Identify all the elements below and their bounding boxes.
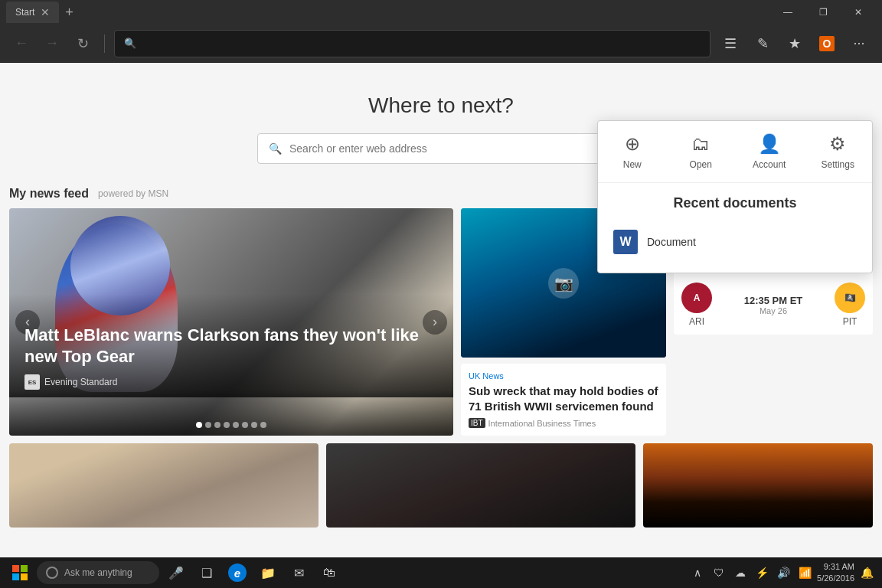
browser-toolbar: ← → ↻ 🔍 ☰ ✎ ★ O ··· [0, 24, 882, 63]
pit-name: PIT [843, 316, 858, 327]
mlb-game-info: 12:35 PM ET May 26 [744, 295, 803, 315]
start-button[interactable] [6, 559, 34, 586]
carousel-dots [196, 422, 266, 428]
maximize-btn[interactable]: ❐ [805, 0, 841, 24]
newsfeed-title: My news feed [9, 187, 89, 201]
search-circle-icon [46, 567, 58, 579]
page-heading: Where to next? [368, 93, 514, 118]
svg-rect-4 [12, 573, 19, 580]
mlb-team-ari: A ARI [681, 283, 712, 327]
svg-rect-5 [21, 573, 28, 580]
search-label: Ask me anything [64, 567, 132, 578]
open-icon: 🗂 [691, 133, 710, 155]
main-article-title: Matt LeBlanc warns Clarkson fans they wo… [24, 325, 438, 368]
office-icon[interactable]: O [813, 30, 841, 57]
search-icon: 🔍 [269, 142, 282, 155]
tab-title: Start [15, 7, 34, 18]
news-row2-item-1[interactable] [9, 443, 318, 528]
close-btn[interactable]: ✕ [841, 0, 876, 24]
carousel-dot[interactable] [242, 422, 248, 428]
side-article-source: IBT International Business Times [469, 418, 658, 428]
toolbar-divider [104, 34, 105, 53]
address-bar[interactable]: 🔍 [114, 30, 710, 57]
store-icon[interactable]: 🛍 [315, 559, 343, 586]
account-label: Account [753, 159, 786, 170]
taskbar-time: 9:31 AM [817, 561, 854, 573]
ari-logo: A [681, 283, 712, 313]
settings-icon: ⚙ [829, 133, 846, 155]
tab-close-btn[interactable]: ✕ [41, 6, 50, 18]
taskbar-clock: 9:31 AM 5/26/2016 [817, 561, 854, 585]
carousel-dot[interactable] [214, 422, 220, 428]
forward-button[interactable]: → [40, 31, 64, 56]
newsfeed-powered: powered by MSN [98, 188, 168, 199]
side-article-card[interactable]: UK News Sub wreck that may hold bodies o… [461, 364, 666, 436]
camera-icon: 📷 [548, 268, 579, 299]
taskbar-date: 5/26/2016 [817, 573, 854, 584]
recent-documents-section: Recent documents W Document [598, 183, 872, 273]
account-button[interactable]: 👤 Account [735, 121, 804, 182]
battery-icon[interactable]: ⚡ [753, 567, 771, 579]
main-article-card[interactable]: ‹ › [9, 208, 453, 436]
dropdown-toolbar: ⊕ New 🗂 Open 👤 Account ⚙ Settings [598, 121, 872, 183]
carousel-dot[interactable] [251, 422, 257, 428]
carousel-dot[interactable] [224, 422, 230, 428]
svg-rect-2 [12, 565, 19, 572]
dropdown-panel: ⊕ New 🗂 Open 👤 Account ⚙ Settings Recent… [597, 120, 873, 273]
news-row2-item-2[interactable] [326, 443, 635, 528]
recent-docs-title: Recent documents [610, 195, 860, 211]
edge-logo: e [228, 564, 247, 582]
annotation-icon[interactable]: ✎ [749, 30, 776, 57]
notification-icon[interactable]: 🔔 [858, 567, 876, 579]
more-icon[interactable]: ··· [845, 30, 873, 57]
carousel-dot[interactable] [233, 422, 239, 428]
news-row2 [9, 443, 873, 535]
recent-doc-item[interactable]: W Document [610, 224, 860, 260]
minimize-btn[interactable]: — [770, 0, 805, 24]
mlb-game: A ARI 12:35 PM ET May 26 🏴‍☠️ PIT [681, 283, 865, 327]
mic-icon[interactable]: 🎤 [162, 559, 190, 586]
shield-icon[interactable]: 🛡 [710, 567, 728, 579]
settings-button[interactable]: ⚙ Settings [804, 121, 873, 182]
new-button[interactable]: ⊕ New [598, 121, 667, 182]
taskbar-search[interactable]: Ask me anything [37, 561, 159, 584]
article-category: UK News [469, 371, 658, 381]
edge-icon[interactable]: e [224, 559, 251, 586]
source-logo: ES [24, 374, 40, 390]
new-icon: ⊕ [625, 133, 640, 155]
news-row2-item-3[interactable] [643, 443, 873, 528]
sound-icon[interactable]: 🔊 [774, 567, 792, 579]
mail-icon[interactable]: ✉ [285, 559, 312, 586]
word-icon: W [613, 230, 638, 254]
cloud-icon[interactable]: ☁ [731, 567, 750, 579]
mlb-team-pit: 🏴‍☠️ PIT [835, 283, 865, 327]
title-bar: Start ✕ + — ❐ ✕ [0, 0, 882, 24]
carousel-dot[interactable] [196, 422, 202, 428]
refresh-button[interactable]: ↻ [70, 31, 95, 56]
mlb-time: 12:35 PM ET [744, 295, 803, 306]
new-label: New [623, 159, 642, 170]
search-input[interactable] [289, 142, 613, 155]
ibt-source-name: International Business Times [488, 419, 596, 428]
search-bar[interactable]: 🔍 [257, 133, 625, 164]
toolbar-right: ☰ ✎ ★ O ··· [717, 30, 873, 57]
hamburger-icon[interactable]: ☰ [717, 30, 744, 57]
word-letter: W [619, 235, 631, 249]
new-tab-btn[interactable]: + [65, 5, 74, 21]
source-name: Evening Standard [44, 377, 117, 387]
carousel-dot[interactable] [260, 422, 266, 428]
ibt-logo: IBT [469, 418, 485, 428]
browser-tab[interactable]: Start ✕ [6, 2, 59, 23]
folder-icon[interactable]: 📁 [254, 559, 282, 586]
wifi-icon[interactable]: 📶 [795, 567, 814, 579]
open-button[interactable]: 🗂 Open [667, 121, 736, 182]
window-controls: — ❐ ✕ [770, 0, 876, 24]
carousel-dot[interactable] [205, 422, 211, 428]
task-view-icon[interactable]: ❑ [193, 559, 220, 586]
back-button[interactable]: ← [9, 31, 34, 56]
main-article-source: ES Evening Standard [24, 374, 438, 390]
favorites-icon[interactable]: ★ [781, 30, 808, 57]
side-article-title: Sub wreck that may hold bodies of 71 Bri… [469, 384, 658, 413]
pit-logo: 🏴‍☠️ [835, 283, 865, 313]
chevron-icon[interactable]: ∧ [688, 567, 707, 579]
